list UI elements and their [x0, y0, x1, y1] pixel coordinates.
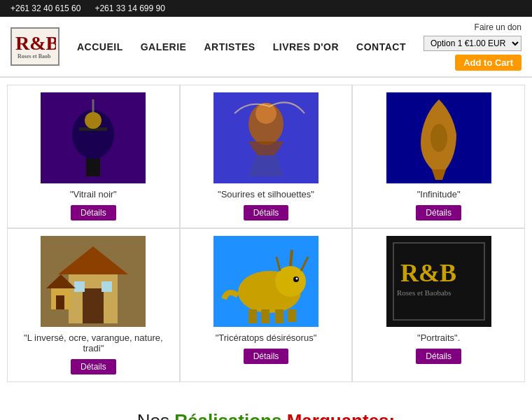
gallery-item-sourires: "Sourires et silhouettes" Détails — [180, 85, 353, 228]
header: R&B Roses et Baob ACCUEIL GALERIE ARTIST… — [0, 17, 532, 77]
svg-rect-17 — [74, 281, 85, 292]
svg-rect-21 — [56, 295, 64, 309]
realisations-title: Nos Réalisations Marquantes: — [14, 410, 518, 420]
nav-galerie[interactable]: GALERIE — [141, 41, 187, 52]
svg-line-25 — [290, 250, 292, 266]
svg-rect-18 — [102, 281, 112, 292]
svg-rect-28 — [248, 309, 257, 323]
svg-text:Roses et Baob: Roses et Baob — [18, 53, 51, 59]
phone-2: +261 33 14 699 90 — [94, 4, 164, 13]
artwork-image-triceratops — [214, 236, 318, 327]
artwork-image-portraits: R&B Roses et Baobabs — [386, 236, 491, 327]
logo[interactable]: R&B Roses et Baob — [10, 27, 59, 66]
artwork-title-portraits: "Portraits". — [417, 332, 460, 343]
nav-accueil[interactable]: ACCUEIL — [77, 41, 123, 52]
svg-text:Roses et Baobabs: Roses et Baobabs — [397, 288, 451, 297]
artwork-image-vitrail-noir — [41, 92, 146, 183]
gallery-item-portraits: R&B Roses et Baobabs "Portraits". Détail… — [352, 228, 525, 382]
donation-area: Faire un don Option 1 €1.00 EUR Add to C… — [424, 22, 522, 71]
artwork-image-sourires — [214, 92, 318, 183]
add-to-cart-button[interactable]: Add to Cart — [455, 55, 522, 71]
realisations-green: Réalisations — [174, 410, 281, 420]
artwork-title-infinitude: "Infinitude" — [417, 189, 461, 200]
svg-point-6 — [85, 112, 102, 129]
details-button-sourires[interactable]: Détails — [244, 205, 289, 220]
nav-artistes[interactable]: ARTISTES — [204, 41, 255, 52]
svg-rect-16 — [83, 288, 104, 323]
details-button-portraits[interactable]: Détails — [416, 349, 461, 364]
gallery-item-infinitude: "Infinitude" Détails — [352, 85, 525, 228]
details-button-infinitude[interactable]: Détails — [416, 205, 461, 220]
realisations-section: Nos Réalisations Marquantes: — [0, 389, 532, 420]
artwork-title-vitrail-noir: "Vitrail noir" — [70, 189, 117, 200]
main-nav: ACCUEIL GALERIE ARTISTES LIVRES D'OR CON… — [77, 41, 406, 52]
nav-livres-dor[interactable]: LIVRES D'OR — [273, 41, 339, 52]
svg-point-33 — [295, 278, 298, 280]
nav-contact[interactable]: CONTACT — [356, 41, 406, 52]
artwork-title-triceratops: "Tricératops désirésorus" — [216, 332, 317, 343]
svg-rect-30 — [275, 309, 284, 323]
realisations-red: Marquantes: — [287, 410, 396, 420]
gallery-item-l-inverse: "L inversé, ocre, varangue, nature, trad… — [7, 228, 180, 382]
gallery-item-triceratops: "Tricératops désirésorus" Détails — [180, 228, 353, 382]
realisations-prefix: Nos — [137, 410, 174, 420]
svg-rect-31 — [288, 309, 296, 322]
logo-text: R&B Roses et Baob — [14, 27, 56, 66]
artwork-image-infinitude — [386, 92, 491, 183]
gallery-grid: "Vitrail noir" Détails "Sourires et silh… — [0, 77, 532, 389]
artwork-image-l-inverse — [41, 236, 146, 327]
phone-1: +261 32 40 615 60 — [10, 4, 80, 13]
gallery-item-vitrail-noir: "Vitrail noir" Détails — [7, 85, 180, 228]
details-button-l-inverse[interactable]: Détails — [71, 359, 116, 374]
details-button-vitrail-noir[interactable]: Détails — [71, 205, 116, 220]
svg-text:R&B: R&B — [15, 32, 56, 54]
don-select[interactable]: Option 1 €1.00 EUR — [424, 36, 522, 51]
artwork-title-l-inverse: "L inversé, ocre, varangue, nature, trad… — [15, 332, 172, 354]
details-button-triceratops[interactable]: Détails — [244, 349, 289, 364]
artwork-title-sourires: "Sourires et silhouettes" — [218, 189, 314, 200]
svg-rect-29 — [261, 309, 270, 323]
faire-don-label: Faire un don — [475, 22, 522, 32]
svg-point-12 — [430, 124, 447, 152]
topbar: +261 32 40 615 60 +261 33 14 699 90 — [0, 0, 532, 17]
svg-text:R&B: R&B — [400, 259, 456, 287]
